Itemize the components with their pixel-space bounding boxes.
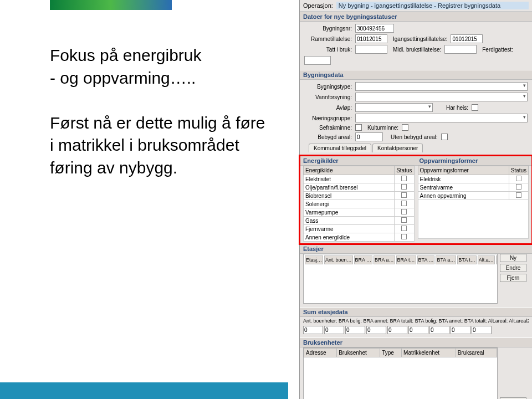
energikilde-status[interactable]	[395, 217, 414, 225]
ramme-input[interactable]	[355, 34, 387, 43]
section-etasjer: Etasjer	[300, 244, 532, 254]
energikilde-cell: Varmepumpe	[304, 208, 395, 217]
energikilde-cell: Biobrensel	[304, 192, 395, 200]
energikilde-status[interactable]	[395, 192, 414, 200]
oppvarming-status[interactable]	[509, 183, 528, 192]
energikilde-cell: Elektrisitet	[304, 175, 395, 183]
oppvarming-cell: Annen oppvarming	[418, 192, 509, 200]
uten-label: Uten bebygd areal:	[391, 134, 439, 140]
bruksenheter-table: AdresseBruksenhetTypeMatrikkelenhetBruks…	[304, 348, 497, 357]
sum-value-input[interactable]	[345, 326, 365, 334]
ferdig-input[interactable]	[304, 56, 331, 65]
energikilde-cell: Solenergi	[304, 200, 395, 208]
brand-bar	[50, 0, 172, 10]
avlop-dropdown[interactable]	[355, 103, 433, 112]
energikilde-cell: Fjernvarme	[304, 225, 395, 233]
avlop-label: Avløp:	[304, 105, 353, 111]
ferdig-label: Ferdigattest:	[482, 47, 514, 53]
vann-label: Vannforsyning:	[304, 94, 353, 100]
oppvarming-status[interactable]	[509, 192, 528, 200]
section-bygningsdata: Bygningsdata	[300, 70, 532, 80]
igang-label: Igangsettingstillatelse:	[393, 36, 448, 42]
energikilde-status[interactable]	[395, 200, 414, 208]
sum-value-input[interactable]	[324, 326, 344, 334]
bebygd-input[interactable]	[355, 132, 383, 141]
app-panel: Operasjon: Ny bygning - igangsettingstil…	[299, 0, 532, 399]
energikilde-status[interactable]	[395, 183, 414, 192]
sum-value-input[interactable]	[408, 326, 428, 334]
energikilder-table: EnergikildeStatus ElektrisitetOlje/paraf…	[303, 166, 415, 242]
tatt-input[interactable]	[355, 45, 387, 54]
section-sum: Sum etasjedata	[300, 307, 532, 317]
naering-label: Næringsgruppe:	[304, 115, 353, 121]
bygningstype-dropdown[interactable]	[355, 82, 528, 91]
energikilde-cell: Gass	[304, 217, 395, 225]
energikilde-status[interactable]	[395, 175, 414, 183]
igang-input[interactable]	[451, 34, 483, 43]
sum-labels: Ant. boenheter: BRA bolig: BRA annet: BR…	[303, 318, 529, 324]
etasjer-table: Etasj…Ant. boen…BRA …BRA a…BRA t…BTA …BT…	[304, 254, 498, 265]
section-datoer: Datoer for nye bygningsstatuser	[300, 12, 532, 22]
etasjer-endre-button[interactable]: Endre	[500, 264, 526, 272]
bygningsnr-label: Bygningsnr:	[304, 25, 353, 32]
oppvarming-table: OppvarmingsformerStatus ElektriskSentral…	[418, 166, 529, 200]
energikilde-cell: Annen energikilde	[304, 233, 395, 242]
bygningstype-label: Bygningstype:	[304, 84, 353, 90]
footer-bar	[0, 382, 288, 399]
uten-checkbox[interactable]	[441, 134, 448, 140]
oppvarming-cell: Elektrisk	[418, 175, 509, 183]
etasjer-fjern-button[interactable]: Fjern	[500, 274, 526, 282]
tatt-label: Tatt i bruk:	[304, 47, 353, 53]
kultur-checkbox[interactable]	[402, 124, 408, 131]
midl-label: Midl. brukstillatelse:	[393, 47, 442, 53]
section-bruksenheter: Bruksenheter	[300, 337, 532, 347]
tab-kontakt[interactable]: Kontaktpersoner	[372, 144, 423, 152]
energikilde-cell: Olje/parafin/fl.brensel	[304, 183, 395, 192]
energikilde-status[interactable]	[395, 208, 414, 217]
operation-value: Ny bygning - igangsettingstillatelse - R…	[336, 2, 529, 9]
naering-dropdown[interactable]	[355, 114, 528, 122]
sum-value-input[interactable]	[451, 326, 470, 334]
midl-input[interactable]	[444, 45, 477, 54]
ramme-label: Rammetillatelse:	[304, 36, 353, 42]
harheis-checkbox[interactable]	[472, 104, 478, 111]
bebygd-label: Bebygd areal:	[304, 134, 353, 140]
sum-value-input[interactable]	[387, 326, 407, 334]
slide-heading: Fokus på energibruk- og oppvarming….. Fø…	[50, 44, 277, 179]
tab-kommunal[interactable]: Kommunal tilleggsdel	[309, 144, 371, 152]
sum-value-input[interactable]	[472, 326, 492, 334]
kultur-label: Kulturminne:	[367, 125, 400, 131]
energikilde-status[interactable]	[395, 233, 414, 242]
etasjer-ny-button[interactable]: Ny	[500, 254, 526, 262]
operation-label: Operasjon:	[303, 2, 333, 9]
section-oppvarming: Oppvarmingsformer	[416, 156, 533, 166]
oppvarming-status[interactable]	[509, 175, 528, 183]
sum-value-input[interactable]	[429, 326, 449, 334]
energikilde-status[interactable]	[395, 225, 414, 233]
sum-value-input[interactable]	[366, 326, 386, 334]
sum-value-input[interactable]	[303, 326, 323, 334]
sefrak-label: Sefrakminne:	[304, 125, 353, 131]
harheis-label: Har heis:	[446, 105, 469, 111]
oppvarming-cell: Sentralvarme	[418, 183, 509, 192]
bygningsnr-input[interactable]	[355, 24, 394, 33]
section-energikilder: Energikilder	[300, 156, 416, 166]
sefrak-checkbox[interactable]	[355, 124, 362, 131]
vann-dropdown[interactable]	[355, 93, 528, 101]
